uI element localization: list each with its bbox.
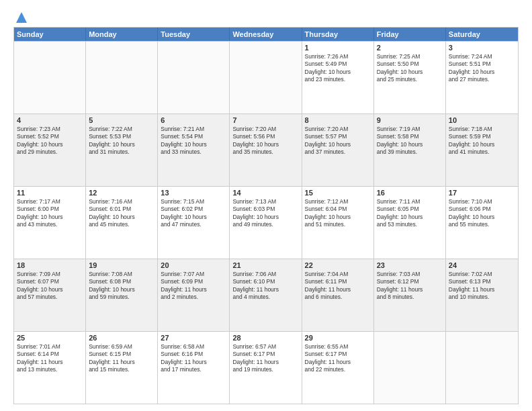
calendar-body: 1Sunrise: 7:26 AM Sunset: 5:49 PM Daylig… [14,41,518,404]
day-cell: 1Sunrise: 7:26 AM Sunset: 5:49 PM Daylig… [302,42,374,113]
day-cell: 28Sunrise: 6:57 AM Sunset: 6:17 PM Dayli… [230,332,302,404]
day-info: Sunrise: 7:02 AM Sunset: 6:13 PM Dayligh… [449,271,515,302]
day-number: 5 [89,116,154,124]
day-cell: 25Sunrise: 7:01 AM Sunset: 6:14 PM Dayli… [14,332,86,404]
day-number: 29 [305,334,371,342]
day-cell: 20Sunrise: 7:07 AM Sunset: 6:09 PM Dayli… [158,259,230,331]
cal-header-cell: Saturday [446,28,518,41]
day-info: Sunrise: 7:22 AM Sunset: 5:53 PM Dayligh… [89,126,154,156]
day-number: 10 [449,116,515,124]
svg-marker-0 [16,12,27,23]
day-info: Sunrise: 7:26 AM Sunset: 5:49 PM Dayligh… [305,53,371,84]
empty-cell [14,42,86,113]
day-number: 6 [161,116,226,124]
cal-header-cell: Monday [86,28,158,41]
empty-cell [230,42,302,113]
cal-header-cell: Tuesday [158,28,230,41]
day-cell: 2Sunrise: 7:25 AM Sunset: 5:50 PM Daylig… [374,42,446,113]
day-cell: 12Sunrise: 7:16 AM Sunset: 6:01 PM Dayli… [86,187,158,259]
day-info: Sunrise: 7:12 AM Sunset: 6:04 PM Dayligh… [305,198,371,229]
day-info: Sunrise: 7:20 AM Sunset: 5:56 PM Dayligh… [232,126,298,156]
cal-header-cell: Friday [374,28,446,41]
day-cell: 11Sunrise: 7:17 AM Sunset: 6:00 PM Dayli… [14,187,86,259]
day-info: Sunrise: 7:20 AM Sunset: 5:57 PM Dayligh… [305,126,371,156]
day-cell: 22Sunrise: 7:04 AM Sunset: 6:11 PM Dayli… [302,259,374,331]
day-number: 24 [449,261,515,269]
cal-header-cell: Sunday [14,28,86,41]
day-number: 1 [305,44,371,52]
day-cell: 14Sunrise: 7:13 AM Sunset: 6:03 PM Dayli… [230,187,302,259]
day-cell: 21Sunrise: 7:06 AM Sunset: 6:10 PM Dayli… [230,259,302,331]
day-number: 14 [232,189,298,197]
logo-icon [15,11,28,24]
day-number: 16 [377,189,443,197]
day-number: 11 [17,189,83,197]
day-number: 2 [377,44,443,52]
day-number: 13 [161,189,226,197]
day-info: Sunrise: 7:16 AM Sunset: 6:01 PM Dayligh… [89,198,154,229]
day-cell: 18Sunrise: 7:09 AM Sunset: 6:07 PM Dayli… [14,259,86,331]
calendar-row: 25Sunrise: 7:01 AM Sunset: 6:14 PM Dayli… [14,331,518,404]
page: SundayMondayTuesdayWednesdayThursdayFrid… [0,0,532,411]
day-number: 26 [89,334,154,342]
day-info: Sunrise: 7:15 AM Sunset: 6:02 PM Dayligh… [161,198,226,229]
day-info: Sunrise: 7:06 AM Sunset: 6:10 PM Dayligh… [232,271,298,302]
day-number: 23 [377,261,443,269]
calendar-row: 11Sunrise: 7:17 AM Sunset: 6:00 PM Dayli… [14,186,518,259]
day-cell: 17Sunrise: 7:10 AM Sunset: 6:06 PM Dayli… [446,187,518,259]
day-info: Sunrise: 7:21 AM Sunset: 5:54 PM Dayligh… [161,126,226,156]
day-number: 28 [232,334,298,342]
day-cell: 29Sunrise: 6:55 AM Sunset: 6:17 PM Dayli… [302,332,374,404]
day-number: 19 [89,261,154,269]
day-cell: 3Sunrise: 7:24 AM Sunset: 5:51 PM Daylig… [446,42,518,113]
day-cell: 19Sunrise: 7:08 AM Sunset: 6:08 PM Dayli… [86,259,158,331]
header [13,11,519,21]
day-info: Sunrise: 7:10 AM Sunset: 6:06 PM Dayligh… [449,198,515,229]
day-info: Sunrise: 7:24 AM Sunset: 5:51 PM Dayligh… [449,53,515,84]
day-cell: 15Sunrise: 7:12 AM Sunset: 6:04 PM Dayli… [302,187,374,259]
day-cell: 13Sunrise: 7:15 AM Sunset: 6:02 PM Dayli… [158,187,230,259]
calendar-row: 18Sunrise: 7:09 AM Sunset: 6:07 PM Dayli… [14,259,518,331]
day-info: Sunrise: 7:19 AM Sunset: 5:58 PM Dayligh… [377,126,443,156]
day-info: Sunrise: 6:55 AM Sunset: 6:17 PM Dayligh… [305,343,371,374]
day-cell: 5Sunrise: 7:22 AM Sunset: 5:53 PM Daylig… [86,114,158,186]
day-number: 25 [17,334,83,342]
empty-cell [374,332,446,404]
logo [13,11,28,21]
day-info: Sunrise: 7:03 AM Sunset: 6:12 PM Dayligh… [377,271,443,302]
day-number: 17 [449,189,515,197]
cal-header-cell: Wednesday [230,28,302,41]
calendar: SundayMondayTuesdayWednesdayThursdayFrid… [13,27,519,404]
calendar-row: 4Sunrise: 7:23 AM Sunset: 5:52 PM Daylig… [14,113,518,186]
day-cell: 26Sunrise: 6:59 AM Sunset: 6:15 PM Dayli… [86,332,158,404]
day-number: 18 [17,261,83,269]
empty-cell [446,332,518,404]
day-info: Sunrise: 7:07 AM Sunset: 6:09 PM Dayligh… [161,271,226,302]
calendar-row: 1Sunrise: 7:26 AM Sunset: 5:49 PM Daylig… [14,41,518,113]
day-info: Sunrise: 7:13 AM Sunset: 6:03 PM Dayligh… [232,198,298,229]
day-cell: 7Sunrise: 7:20 AM Sunset: 5:56 PM Daylig… [230,114,302,186]
day-info: Sunrise: 7:17 AM Sunset: 6:00 PM Dayligh… [17,198,83,229]
day-number: 7 [232,116,298,124]
day-number: 4 [17,116,83,124]
day-cell: 4Sunrise: 7:23 AM Sunset: 5:52 PM Daylig… [14,114,86,186]
day-cell: 9Sunrise: 7:19 AM Sunset: 5:58 PM Daylig… [374,114,446,186]
day-cell: 6Sunrise: 7:21 AM Sunset: 5:54 PM Daylig… [158,114,230,186]
day-number: 12 [89,189,154,197]
day-cell: 23Sunrise: 7:03 AM Sunset: 6:12 PM Dayli… [374,259,446,331]
day-info: Sunrise: 7:23 AM Sunset: 5:52 PM Dayligh… [17,126,83,156]
calendar-header-row: SundayMondayTuesdayWednesdayThursdayFrid… [14,28,518,41]
day-info: Sunrise: 7:18 AM Sunset: 5:59 PM Dayligh… [449,126,515,156]
day-number: 15 [305,189,371,197]
day-info: Sunrise: 7:04 AM Sunset: 6:11 PM Dayligh… [305,271,371,302]
day-info: Sunrise: 7:11 AM Sunset: 6:05 PM Dayligh… [377,198,443,229]
empty-cell [86,42,158,113]
day-cell: 8Sunrise: 7:20 AM Sunset: 5:57 PM Daylig… [302,114,374,186]
day-cell: 10Sunrise: 7:18 AM Sunset: 5:59 PM Dayli… [446,114,518,186]
day-number: 21 [232,261,298,269]
day-cell: 24Sunrise: 7:02 AM Sunset: 6:13 PM Dayli… [446,259,518,331]
day-cell: 27Sunrise: 6:58 AM Sunset: 6:16 PM Dayli… [158,332,230,404]
day-info: Sunrise: 7:09 AM Sunset: 6:07 PM Dayligh… [17,271,83,302]
day-info: Sunrise: 6:57 AM Sunset: 6:17 PM Dayligh… [232,343,298,374]
day-cell: 16Sunrise: 7:11 AM Sunset: 6:05 PM Dayli… [374,187,446,259]
